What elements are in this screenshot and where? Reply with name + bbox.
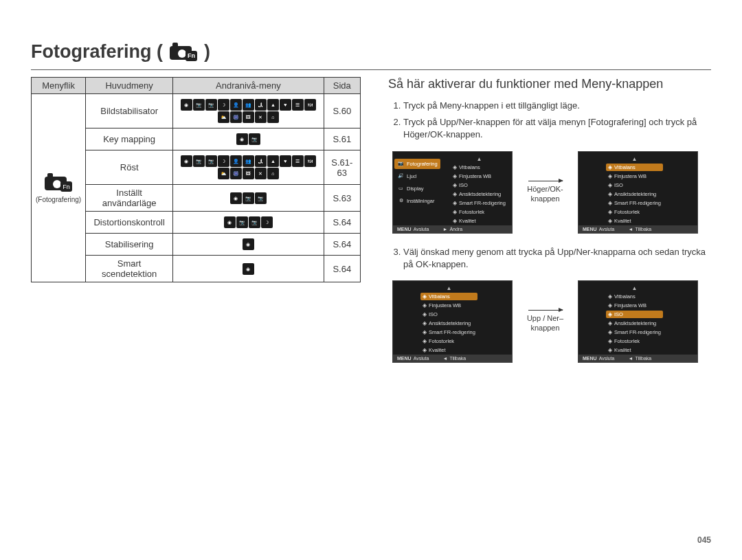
mode-icon: 🖼 <box>243 168 254 179</box>
screen-option: ◈Kvalitet <box>606 217 663 225</box>
option-icon: ◈ <box>423 302 427 309</box>
arrow-right-icon <box>528 310 563 311</box>
menu-icon: ▭ <box>397 185 405 192</box>
screen-option: ◈Ansiktsdetektering <box>606 320 663 327</box>
mode-icon: ✕ <box>255 168 267 179</box>
mode-icon: 📷 <box>205 155 217 167</box>
menu-icon: ⚙ <box>397 197 405 205</box>
screen-option: ◈ISO <box>606 181 663 189</box>
chevron-up-icon: ▲ <box>451 156 508 162</box>
th-menyflik: Menyflik <box>32 78 86 94</box>
mode-icon: 📷 <box>255 192 267 204</box>
page-ref-cell: S.61-63 <box>324 150 360 185</box>
option-icon: ◈ <box>608 209 612 215</box>
option-icon: ◈ <box>453 209 457 215</box>
footer-left: MENU Avsluta <box>397 227 429 232</box>
option-icon: ◈ <box>608 329 612 335</box>
screen-option: ◈Ansiktsdetektering <box>420 320 477 327</box>
screen-option: ◈Ansiktsdetektering <box>606 190 663 198</box>
camera-fn-icon: Fn <box>45 172 72 193</box>
screen-option: ◈Smart FR-redigering <box>606 328 663 336</box>
page-number: 045 <box>697 535 711 545</box>
option-icon: ◈ <box>608 182 612 188</box>
option-icon: ◈ <box>608 320 612 326</box>
menu-name-cell: Smart scendetektion <box>86 256 173 282</box>
mode-icon: ⛅ <box>218 168 229 179</box>
mode-icon: ✕ <box>255 111 267 123</box>
option-icon: ◈ <box>423 320 427 326</box>
option-icon: ◈ <box>608 164 612 170</box>
menu-icon: 🔊 <box>397 172 405 180</box>
th-sida: Sida <box>324 78 360 94</box>
screen-option: ◈Vitbalans <box>606 164 663 171</box>
th-huvudmeny: Huvudmeny <box>86 78 173 94</box>
page-ref-cell: S.64 <box>324 256 360 282</box>
footer-right: ◄ Tillbaka <box>628 227 651 232</box>
mode-icon: ◉ <box>181 155 192 167</box>
mode-icon: 👤 <box>230 99 242 111</box>
mode-icon: 👥 <box>243 155 254 167</box>
mode-icons-cell: ◉ <box>173 234 324 256</box>
mode-icon: ☰ <box>292 155 304 167</box>
mode-icon: ☽ <box>261 216 273 228</box>
chevron-up-icon: ▲ <box>606 285 663 291</box>
mode-icon: ☽ <box>218 99 229 111</box>
page-ref-cell: S.60 <box>324 94 360 128</box>
th-andraniva: Andranivå-meny <box>173 78 324 94</box>
camera-screen-4: ▲◈Vitbalans◈Finjustera WB◈ISO◈Ansiktsdet… <box>578 280 698 363</box>
page-ref-cell: S.64 <box>324 234 360 256</box>
option-icon: ◈ <box>423 293 427 300</box>
mode-icon: 🍽 <box>304 155 316 167</box>
menu-name-cell: Stabilisering <box>86 234 173 256</box>
menu-name-cell: Inställt användarläge <box>86 185 173 212</box>
arrow-right-icon <box>528 181 563 181</box>
arrow-label-2: Upp / Ner–knappen <box>519 310 571 333</box>
mode-icon: ⌂ <box>267 168 279 179</box>
step-1: Tryck på Meny-knappen i ett tillgängligt… <box>403 100 711 112</box>
page-ref-cell: S.63 <box>324 185 360 212</box>
section-heading: Så här aktiverar du funktioner med Meny-… <box>388 77 711 91</box>
screen-option: ◈Fotostorlek <box>420 337 477 345</box>
screen-option: ◈Ansiktsdetektering <box>451 190 508 198</box>
mode-icon: 👤 <box>230 155 242 167</box>
title-suffix: ) <box>204 41 210 63</box>
option-icon: ◈ <box>453 182 457 188</box>
camera-fn-icon: Fn <box>170 42 197 63</box>
menu-icon: 📷 <box>397 160 405 168</box>
mode-icon: 🏞 <box>255 99 267 111</box>
screen-option: ◈Vitbalans <box>606 293 663 300</box>
mode-icon: ◉ <box>230 192 242 204</box>
mode-icon: ☽ <box>218 155 229 167</box>
mode-icon: ⛅ <box>218 111 229 123</box>
screen-option: ◈Smart FR-redigering <box>606 199 663 207</box>
mode-icon: 📷 <box>193 155 205 167</box>
option-icon: ◈ <box>453 191 457 197</box>
screen-option: ◈Kvalitet <box>606 346 663 354</box>
screen-option: ◈Finjustera WB <box>420 302 477 309</box>
option-icon: ◈ <box>608 173 612 179</box>
screen-option: ◈Smart FR-redigering <box>420 328 477 336</box>
mode-icon: 📷 <box>249 216 260 228</box>
footer-left: MENU Avsluta <box>583 227 614 232</box>
step-2: Tryck på Upp/Ner-knappen för att välja m… <box>403 116 711 141</box>
screen-option: ◈Kvalitet <box>420 346 477 354</box>
mode-icon: 🍽 <box>304 99 316 111</box>
option-icon: ◈ <box>608 218 612 224</box>
mode-icon: ◉ <box>236 133 248 145</box>
screen-option: ◈Kvalitet <box>451 217 508 225</box>
camera-screen-2: ▲◈Vitbalans◈Finjustera WB◈ISO◈Ansiktsdet… <box>578 151 698 234</box>
mode-icon: ◉ <box>224 216 236 228</box>
mode-icon: 👥 <box>243 99 254 111</box>
page-ref-cell: S.64 <box>324 212 360 234</box>
screen-option: ◈Fotostorlek <box>451 208 508 216</box>
option-icon: ◈ <box>423 347 427 353</box>
table-row: Fn(Fotografering)Bildstabilisator◉📷📷☽👤👥🏞… <box>32 94 361 128</box>
mode-icon: 📷 <box>243 192 254 204</box>
screen-option: ◈Vitbalans <box>451 164 508 171</box>
option-icon: ◈ <box>608 311 612 317</box>
mode-icons-cell: ◉📷📷☽👤👥🏞▲♥☰🍽⛅🎆🖼✕⌂ <box>173 94 324 128</box>
footer-left: MENU Avsluta <box>583 356 614 361</box>
steps-list: Tryck på Meny-knappen i ett tillgängligt… <box>388 100 711 142</box>
mode-icon: 🖼 <box>243 111 254 123</box>
option-icon: ◈ <box>608 347 612 353</box>
